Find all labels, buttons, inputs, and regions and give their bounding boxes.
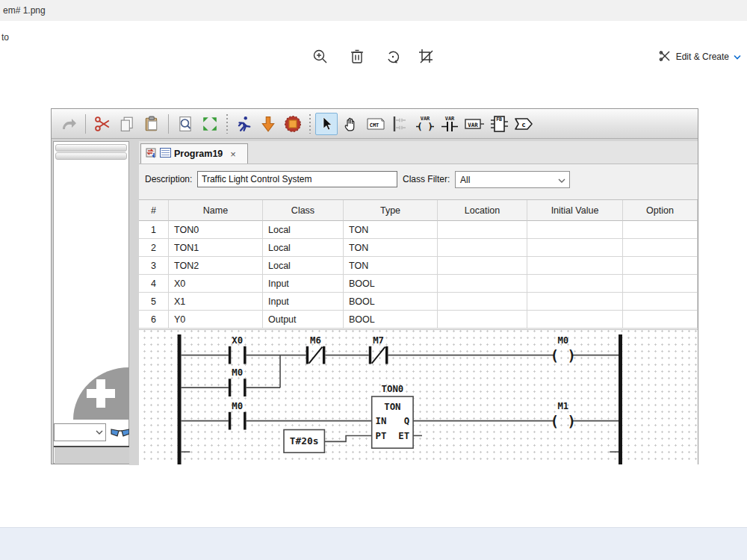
contact-m0-rung2[interactable]: M0 [229,401,247,430]
cut-icon[interactable] [91,113,114,135]
svg-text:( ): ( ) [551,414,576,429]
cell-name[interactable]: TON1 [169,239,263,257]
column-header[interactable]: Location [438,200,527,221]
watch-combobox[interactable] [54,423,106,441]
cell-type[interactable]: TON [344,221,438,239]
cell-initial-value[interactable] [527,275,623,293]
cell-type[interactable]: BOOL [344,311,438,329]
cell-type[interactable]: BOOL [344,275,438,293]
chevron-down-icon [558,178,565,184]
delete-icon[interactable] [348,48,366,66]
redo-icon[interactable] [58,113,80,135]
column-header[interactable]: # [139,200,169,221]
var-box-icon[interactable]: VAR [463,113,486,135]
table-row[interactable]: 6 Y0 Output BOOL [139,311,698,329]
var-contact-icon[interactable]: VAR [438,113,461,135]
zoom-in-icon[interactable] [311,48,329,66]
cell-location[interactable] [438,311,527,329]
cell-initial-value[interactable] [527,293,623,311]
cell-name[interactable]: TON0 [169,221,263,239]
edit-create-label: Edit & Create [676,52,729,62]
var-coil-icon[interactable]: VAR ( ) [414,113,436,135]
contact-m7-nc[interactable]: M7 [369,335,388,364]
svg-text:M1: M1 [557,401,568,411]
cell-option[interactable] [623,257,698,275]
find-icon[interactable] [174,113,196,135]
rotate-icon[interactable] [385,48,403,66]
plus-overlay-button[interactable] [73,367,129,420]
panel-header-bar[interactable] [55,144,127,152]
coil-m0[interactable]: M0 ( ) [551,335,576,364]
glasses-icon[interactable] [111,426,130,440]
processor-icon[interactable] [282,113,304,135]
cell-location[interactable] [438,221,527,239]
toolbar-grip [308,114,311,134]
column-header[interactable]: Class [263,200,344,221]
comment-icon[interactable]: CMT [365,113,387,135]
cell-location[interactable] [438,257,527,275]
ladder-canvas[interactable]: X0 M6 M7 [139,329,698,464]
run-icon[interactable] [232,113,255,135]
cell-option[interactable] [623,275,698,293]
copy-icon[interactable] [116,113,138,135]
cell-initial-value[interactable] [527,257,623,275]
cell-initial-value[interactable] [527,311,623,329]
column-header[interactable]: Name [169,200,263,221]
tab-close-icon[interactable]: × [230,149,236,160]
timer-block-ton0[interactable]: TON0 TON IN Q PT ET [372,384,413,448]
cell-initial-value[interactable] [527,239,623,257]
cell-option[interactable] [623,293,698,311]
cell-class[interactable]: Input [263,293,344,311]
select-arrow-icon[interactable] [315,113,338,135]
table-row[interactable]: 2 TON1 Local TON [139,239,698,257]
cell-location[interactable] [438,239,527,257]
description-input[interactable] [197,171,397,187]
network-rail-icon[interactable] [389,113,412,135]
panel-header-bar[interactable] [55,152,127,160]
cell-option[interactable] [623,311,698,329]
paste-icon[interactable] [140,113,163,135]
function-block-icon[interactable]: FB [488,113,510,135]
column-header[interactable]: Option [623,200,698,221]
cell-option[interactable] [623,239,698,257]
column-header[interactable]: Type [344,200,438,221]
cell-location[interactable] [438,275,527,293]
cell-location[interactable] [438,293,527,311]
download-icon[interactable] [257,113,279,135]
cell-initial-value[interactable] [527,221,623,239]
table-row[interactable]: 4 X0 Input BOOL [139,275,698,293]
chevron-down-icon [96,429,103,435]
table-row[interactable]: 5 X1 Input BOOL [139,293,698,311]
class-filter-combobox[interactable]: All [455,171,570,188]
cell-name[interactable]: X1 [169,293,263,311]
preset-operand-box[interactable]: T#20s [284,430,324,453]
cell-type[interactable]: TON [344,257,438,275]
table-row[interactable]: 1 TON0 Local TON [139,221,698,239]
cell-class[interactable]: Local [263,239,344,257]
coil-m1[interactable]: M1 ( ) [551,401,576,429]
crop-icon[interactable] [418,48,436,66]
cell-name[interactable]: X0 [169,275,263,293]
cell-class[interactable]: Input [263,275,344,293]
cell-type[interactable]: BOOL [344,293,438,311]
cell-class[interactable]: Local [263,257,344,275]
cell-type[interactable]: TON [344,239,438,257]
function-icon[interactable]: c [512,113,535,135]
add-to-label[interactable]: to [1,32,9,43]
contact-m0-branch[interactable]: M0 [229,367,247,396]
cell-class[interactable]: Output [263,311,344,329]
edit-and-create-button[interactable]: Edit & Create [659,49,741,64]
contact-m6-nc[interactable]: M6 [306,335,326,364]
table-row[interactable]: 3 TON2 Local TON [139,257,698,275]
tab-program19[interactable]: Program19 × [140,143,248,164]
pan-hand-icon[interactable] [340,113,362,135]
cell-class[interactable]: Local [263,221,344,239]
contact-x0[interactable]: X0 [229,335,247,364]
column-header[interactable]: Initial Value [527,200,623,221]
cell-option[interactable] [623,221,698,239]
fit-view-icon[interactable] [199,113,221,135]
cell-name[interactable]: Y0 [169,311,263,329]
photos-titlebar: em# 1.png [0,0,747,21]
panel-splitter[interactable] [129,141,139,465]
cell-name[interactable]: TON2 [169,257,263,275]
